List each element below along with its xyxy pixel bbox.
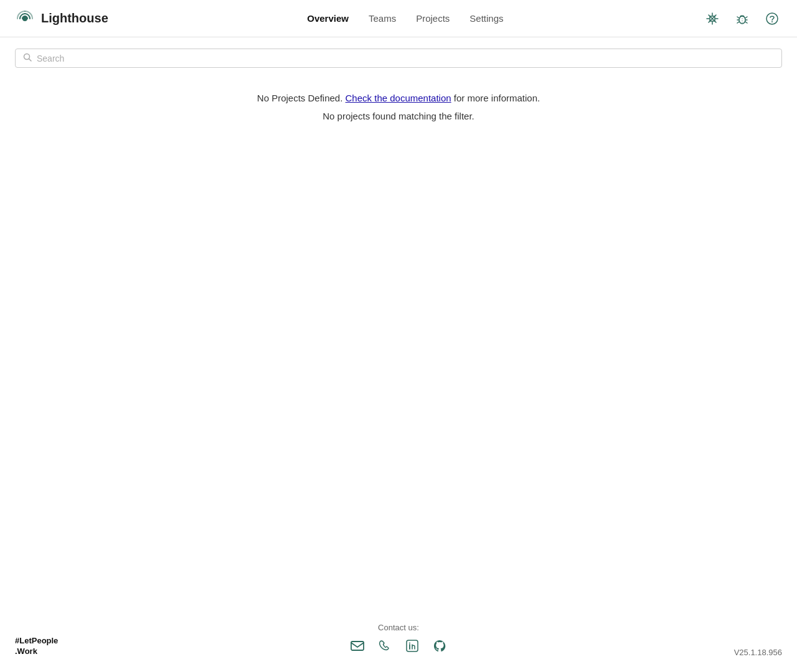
pin-icon[interactable]: [702, 9, 722, 29]
search-icon: [23, 53, 32, 63]
footer: #LetPeople .Work Contact us:: [0, 608, 797, 672]
svg-point-6: [766, 13, 778, 24]
navbar: Lighthouse Overview Teams Projects Setti…: [0, 0, 797, 37]
svg-point-4: [743, 16, 744, 17]
version-label: V25.1.18.956: [734, 648, 782, 657]
nav-overview[interactable]: Overview: [307, 13, 349, 24]
navbar-nav: Overview Teams Projects Settings: [307, 13, 503, 24]
no-projects-message: No Projects Defined. Check the documenta…: [257, 93, 540, 103]
help-icon[interactable]: [762, 9, 782, 29]
navbar-actions: [702, 9, 782, 29]
branding-line1: #LetPeople: [15, 636, 58, 646]
no-filter-message: No projects found matching the filter.: [323, 111, 474, 121]
svg-rect-10: [351, 642, 364, 650]
footer-icons: [350, 638, 447, 657]
svg-line-9: [29, 59, 32, 62]
branding-line2: .Work: [15, 646, 58, 657]
nav-teams[interactable]: Teams: [369, 13, 396, 24]
linkedin-icon[interactable]: [405, 638, 420, 657]
footer-branding: #LetPeople .Work: [15, 636, 58, 657]
search-wrapper: [15, 49, 782, 68]
contact-label: Contact us:: [378, 623, 419, 632]
lighthouse-logo-icon: [15, 9, 35, 29]
nav-projects[interactable]: Projects: [416, 13, 450, 24]
email-icon[interactable]: [350, 638, 365, 657]
nav-settings[interactable]: Settings: [469, 13, 503, 24]
search-input[interactable]: [37, 54, 774, 63]
svg-point-13: [409, 643, 410, 644]
bug-icon[interactable]: [732, 9, 752, 29]
check-documentation-link[interactable]: Check the documentation: [346, 93, 451, 103]
phone-icon[interactable]: [377, 638, 392, 657]
app-title: Lighthouse: [41, 11, 108, 26]
search-section: [0, 37, 797, 68]
navbar-brand: Lighthouse: [15, 9, 108, 29]
svg-point-3: [740, 16, 742, 17]
main-content: No Projects Defined. Check the documenta…: [0, 68, 797, 608]
footer-contact: Contact us:: [350, 623, 447, 657]
no-projects-text-after: for more information.: [451, 93, 540, 103]
logo-svg: [16, 10, 34, 27]
no-projects-text-before: No Projects Defined.: [257, 93, 346, 103]
svg-point-7: [771, 21, 773, 22]
github-icon[interactable]: [432, 638, 447, 657]
